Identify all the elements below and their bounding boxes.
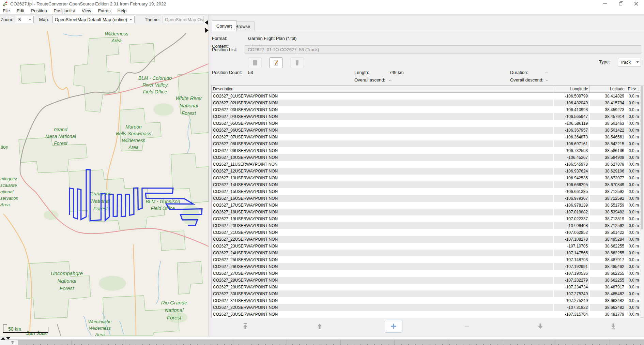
- table-row[interactable]: CO2627_16USERWAYPOINT NON-106.97936738.7…: [212, 195, 640, 202]
- table-row[interactable]: CO2627_13USERWAYPOINT NON-106.94253538.6…: [212, 175, 640, 181]
- cell-lat: 38.662255: [590, 270, 626, 277]
- add-position-button[interactable]: [385, 320, 402, 333]
- close-button[interactable]: [628, 0, 644, 7]
- minimize-icon: [603, 3, 607, 4]
- table-row[interactable]: CO2627_18USERWAYPOINT NON-107.01988238.5…: [212, 209, 640, 215]
- table-body: CO2627_01USERWAYPOINT NON-106.50979938.4…: [212, 93, 640, 318]
- cell-lat: 38.457914: [590, 113, 626, 120]
- length-value: 749 km: [389, 70, 404, 75]
- table-row[interactable]: CO2627_11USERWAYPOINT NON-106.54597838.6…: [212, 161, 640, 168]
- table-row[interactable]: CO2627_05USERWAYPOINT NON-106.58611938.5…: [212, 120, 640, 127]
- overall-ascend-label: Overall ascend:: [354, 77, 385, 82]
- delete-positionlist-button[interactable]: [290, 57, 304, 68]
- move-to-top-button[interactable]: [236, 320, 254, 333]
- cell-lat: 38.485462: [590, 290, 626, 297]
- cell-lon: -107.232279: [554, 277, 590, 284]
- menu-item-view[interactable]: View: [78, 7, 95, 15]
- minimize-button[interactable]: [597, 0, 613, 7]
- cell-elev: 0.0 m: [626, 277, 640, 284]
- chevron-down-icon: [29, 19, 31, 20]
- type-select[interactable]: Track: [618, 58, 641, 66]
- move-down-button[interactable]: [532, 320, 549, 333]
- cell-desc: CO2627_07USERWAYPOINT NON: [212, 134, 554, 140]
- cell-lon: -107.31822: [554, 304, 590, 311]
- collapse-right-icon[interactable]: [205, 28, 209, 33]
- table-header[interactable]: DescriptionLongitudeLatitudeElev...: [212, 86, 640, 93]
- new-positionlist-button[interactable]: [248, 57, 262, 68]
- table-row[interactable]: CO2627_12USERWAYPOINT NON-106.93762438.6…: [212, 168, 640, 175]
- table-row[interactable]: CO2627_29USERWAYPOINT NON-107.23473438.4…: [212, 284, 640, 290]
- table-row[interactable]: CO2627_31USERWAYPOINT NON-107.27524938.6…: [212, 297, 640, 304]
- cell-desc: CO2627_10USERWAYPOINT NON: [212, 154, 554, 161]
- table-row[interactable]: CO2627_09USERWAYPOINT NON-106.73259338.5…: [212, 147, 640, 154]
- horizontal-splitter[interactable]: [0, 336, 644, 340]
- cell-elev: 0.0 m: [626, 140, 640, 147]
- collapse-left-icon[interactable]: [205, 20, 208, 25]
- menu-item-help[interactable]: Help: [114, 7, 130, 15]
- table-row[interactable]: CO2627_27USERWAYPOINT NON-107.19053638.6…: [212, 270, 640, 277]
- table-row[interactable]: CO2627_15USERWAYPOINT NON-106.66138538.7…: [212, 188, 640, 195]
- table-row[interactable]: CO2627_17USERWAYPOINT NON-106.97813938.5…: [212, 202, 640, 209]
- table-row[interactable]: CO2627_02USERWAYPOINT NON-106.43204938.4…: [212, 100, 640, 106]
- cell-lat: 38.485462: [590, 263, 626, 270]
- table-row[interactable]: CO2627_01USERWAYPOINT NON-106.50979938.4…: [212, 93, 640, 100]
- menu-item-file[interactable]: File: [0, 7, 13, 15]
- map-label-weminuche: Area: [95, 332, 104, 336]
- table-row[interactable]: CO2627_14USERWAYPOINT NON-106.66629538.6…: [212, 181, 640, 188]
- table-row[interactable]: CO2627_21USERWAYPOINT NON-107.06285238.5…: [212, 229, 640, 236]
- table-row[interactable]: CO2627_28USERWAYPOINT NON-107.23227938.6…: [212, 277, 640, 284]
- map-view[interactable]: WildernessAreaBLM - ColoradoRiver Valley…: [0, 24, 209, 336]
- move-to-bottom-button[interactable]: [604, 320, 622, 333]
- column-header-elevation[interactable]: Elev...: [626, 86, 640, 92]
- split-pane-divider[interactable]: [209, 15, 211, 336]
- move-up-icon: [316, 322, 323, 330]
- column-header-description[interactable]: Description: [212, 86, 554, 92]
- cell-elev: 0.0 m: [626, 161, 640, 168]
- theme-label: Theme:: [145, 17, 160, 22]
- move-up-button[interactable]: [311, 320, 328, 333]
- menu-item-extras[interactable]: Extras: [95, 7, 114, 15]
- positions-table[interactable]: DescriptionLongitudeLatitudeElev... CO26…: [211, 85, 640, 318]
- table-row[interactable]: CO2627_20USERWAYPOINT NON-107.0640838.71…: [212, 222, 640, 229]
- cell-elev: 0.0 m: [626, 229, 640, 236]
- map-label-maroon-bells: Area: [128, 145, 139, 150]
- menu-item-position[interactable]: Position: [28, 7, 50, 15]
- cell-lat: 38.712592: [590, 188, 626, 195]
- edit-positionlist-button[interactable]: [269, 57, 283, 68]
- map-select[interactable]: OpenStreetMap Default Map (online): [52, 16, 135, 23]
- table-row[interactable]: CO2627_10USERWAYPOINT NON-106.4526738.58…: [212, 154, 640, 161]
- table-row[interactable]: CO2627_26USERWAYPOINT NON-107.19299138.4…: [212, 263, 640, 270]
- collapse-down-icon[interactable]: [6, 337, 10, 340]
- table-row[interactable]: CO2627_07USERWAYPOINT NON-106.36487338.5…: [212, 134, 640, 140]
- expand-up-icon[interactable]: [1, 337, 5, 340]
- remove-position-button[interactable]: [458, 320, 476, 333]
- cell-lon: -106.545978: [554, 161, 590, 168]
- vertical-scrollbar[interactable]: [640, 85, 644, 318]
- table-row[interactable]: CO2627_24USERWAYPOINT NON-107.14756538.6…: [212, 250, 640, 256]
- table-row[interactable]: CO2627_22USERWAYPOINT NON-107.10827838.4…: [212, 236, 640, 243]
- table-row[interactable]: CO2627_03USERWAYPOINT NON-106.41099838.4…: [212, 106, 640, 113]
- table-row[interactable]: CO2627_06USERWAYPOINT NON-106.36795738.5…: [212, 127, 640, 134]
- map-label-uncompahgre: National: [57, 278, 76, 284]
- position-list-field[interactable]: CO2627_01 TO CO2627_53 (Track): [245, 45, 641, 54]
- table-row[interactable]: CO2627_33USERWAYPOINT NON-107.31576438.4…: [212, 311, 640, 318]
- zoom-select[interactable]: 8: [16, 16, 34, 23]
- table-row[interactable]: CO2627_08USERWAYPOINT NON-106.69716138.5…: [212, 140, 640, 147]
- table-row[interactable]: CO2627_23USERWAYPOINT NON-107.1070538.66…: [212, 243, 640, 250]
- table-row[interactable]: CO2627_32USERWAYPOINT NON-107.3182238.66…: [212, 304, 640, 311]
- menu-bar: FileEditPositionPositionlistViewExtrasHe…: [0, 7, 644, 15]
- scrollbar-thumb[interactable]: [641, 86, 643, 229]
- table-row[interactable]: CO2627_19USERWAYPOINT NON-107.02233738.7…: [212, 215, 640, 222]
- menu-item-edit[interactable]: Edit: [13, 7, 28, 15]
- column-header-latitude[interactable]: Latitude: [590, 86, 626, 92]
- format-label: Format:: [212, 36, 227, 41]
- theme-select[interactable]: OpenStreetMap Osm: [163, 16, 204, 23]
- table-row[interactable]: CO2627_04USERWAYPOINT NON-106.56594738.4…: [212, 113, 640, 120]
- menu-item-positionlist[interactable]: Positionlist: [50, 7, 78, 15]
- table-row[interactable]: CO2627_30USERWAYPOINT NON-107.27524938.4…: [212, 290, 640, 297]
- table-row[interactable]: CO2627_25USERWAYPOINT NON-107.14879338.4…: [212, 256, 640, 263]
- column-header-longitude[interactable]: Longitude: [554, 86, 590, 92]
- restore-button[interactable]: [613, 0, 628, 7]
- tab-convert[interactable]: Convert: [212, 20, 236, 31]
- cell-lon: -106.432049: [554, 100, 590, 106]
